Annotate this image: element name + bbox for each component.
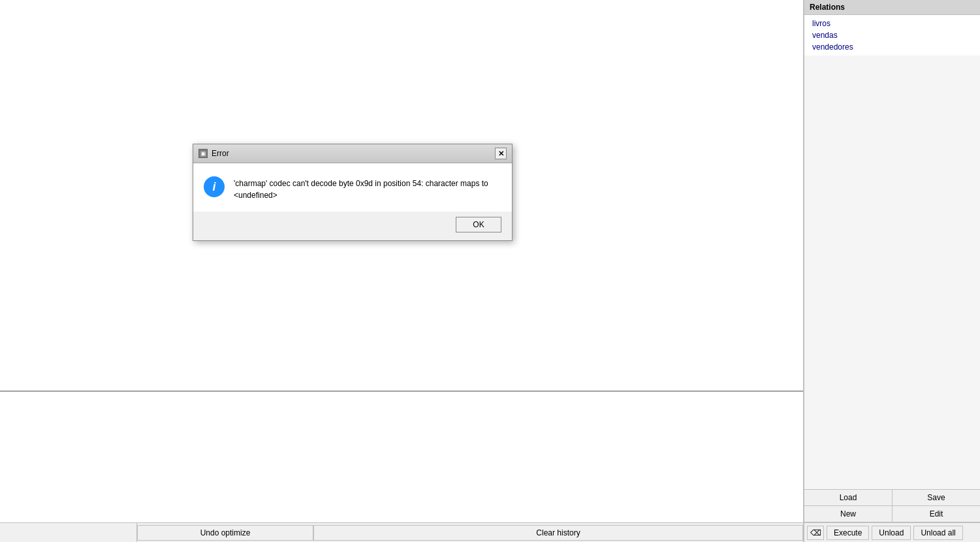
clear-history-button[interactable]: Clear history [313,525,803,541]
backspace-icon-button[interactable]: ⌫ [807,526,824,540]
footer-bar: Undo optimize Clear history [0,522,803,542]
relations-list: livros vendas vendedores [804,15,980,489]
info-icon: i [204,176,225,197]
dialog-title-icon: ▣ [198,149,208,158]
dialog-title-left: ▣ Error [198,149,229,158]
dialog-title-text: Error [212,149,229,158]
ok-button[interactable]: OK [456,217,501,232]
content-area: ▣ Error ✕ i 'charmap' codec [0,0,804,542]
dialog-overlay: ▣ Error ✕ i 'charmap' codec [0,0,803,372]
unload-all-button[interactable]: Unload all [913,526,962,540]
relation-item-vendas[interactable]: vendas [804,29,980,41]
right-sidebar: Relations livros vendas vendedores Load … [804,0,980,542]
edit-button[interactable]: Edit [893,506,980,522]
execute-bar: ⌫ Execute Unload Unload all [804,522,980,542]
relation-item-vendedores[interactable]: vendedores [804,41,980,53]
dialog-close-button[interactable]: ✕ [495,148,507,159]
save-button[interactable]: Save [893,490,980,505]
sidebar-btn-row-1: Load Save [804,490,980,506]
dialog-message-line2: <undefined> [234,189,488,201]
execute-button[interactable]: Execute [827,526,869,540]
main-container: ▣ Error ✕ i 'charmap' codec [0,0,980,542]
undo-optimize-button[interactable]: Undo optimize [137,525,313,541]
dialog-titlebar: ▣ Error ✕ [193,144,512,163]
dialog-message: 'charmap' codec can't decode byte 0x9d i… [234,176,488,201]
new-button[interactable]: New [804,506,893,522]
dialog-body: i 'charmap' codec can't decode byte 0x9d… [193,163,512,212]
top-panel: ▣ Error ✕ i 'charmap' codec [0,0,803,392]
unload-button[interactable]: Unload [872,526,911,540]
dialog-footer: OK [193,212,512,240]
footer-left-spacer [0,523,137,542]
relations-header: Relations [804,0,980,15]
close-icon: ✕ [498,150,504,158]
backspace-icon: ⌫ [810,528,821,537]
sidebar-buttons: Load Save New Edit ⌫ Execute Unload Unlo… [804,489,980,542]
sidebar-btn-row-2: New Edit [804,506,980,522]
relations-list-container: livros vendas vendedores [804,15,980,56]
bottom-panel: Undo optimize Clear history [0,392,803,542]
relation-item-livros[interactable]: livros [804,18,980,29]
error-dialog[interactable]: ▣ Error ✕ i 'charmap' codec [193,144,513,241]
dialog-title-icon-glyph: ▣ [200,150,206,157]
load-button[interactable]: Load [804,490,893,505]
dialog-message-line1: 'charmap' codec can't decode byte 0x9d i… [234,178,488,189]
